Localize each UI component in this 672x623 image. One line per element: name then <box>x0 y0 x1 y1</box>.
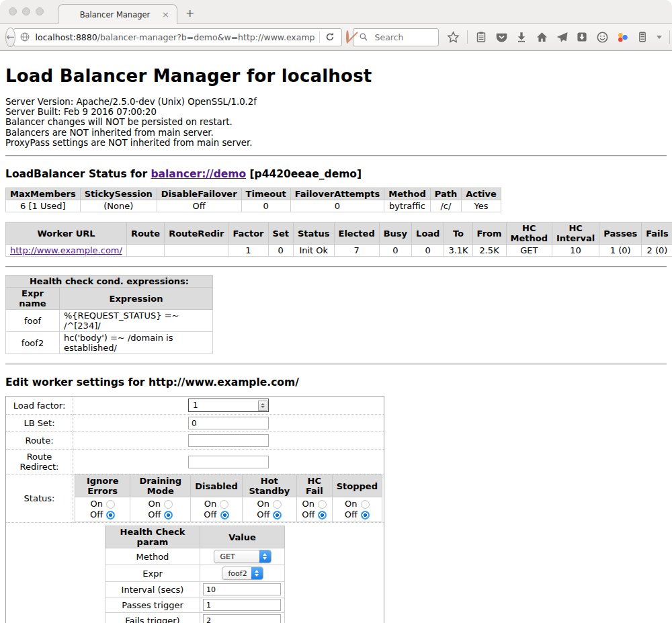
hc-method-select[interactable]: GET <box>214 550 271 563</box>
cell-route <box>126 245 164 257</box>
reload-icon[interactable] <box>324 31 337 44</box>
radio-off-label: Off <box>90 509 103 520</box>
cell-expr-name: foof <box>6 310 60 332</box>
downloads-icon[interactable] <box>515 31 528 44</box>
home-icon[interactable] <box>536 31 548 44</box>
navigation-toolbar: ← localhost:8880/balancer-manager?b=demo… <box>0 24 672 51</box>
hc-passes-input[interactable] <box>203 599 281 611</box>
hc-fail-on-radio[interactable] <box>318 500 327 509</box>
disabled-off-radio[interactable] <box>220 511 229 520</box>
number-spinner[interactable] <box>258 401 267 411</box>
worker-status-table: Worker URL Route RouteRedir Factor Set S… <box>5 222 672 257</box>
col-elected: Elected <box>334 222 379 245</box>
search-bar[interactable] <box>353 28 439 46</box>
load-factor-input[interactable] <box>192 400 258 411</box>
col-expression: Expression <box>60 288 213 310</box>
form-row-health-check: Health Check param Value Method GET <box>6 523 384 623</box>
containers-dots-icon[interactable] <box>616 31 629 44</box>
select-chevrons-icon <box>251 567 263 579</box>
table-header-row: Ignore Errors Draining Mode Disabled Hot… <box>75 475 382 497</box>
col-active: Active <box>462 188 501 200</box>
cell-failoverattempts: 0 <box>290 200 384 212</box>
col-failoverattempts: FailoverAttempts <box>290 188 384 200</box>
square-download-icon[interactable] <box>576 31 589 44</box>
cell-to: 3.1K <box>444 245 472 257</box>
persist-warning-line: Balancer changes will NOT be persisted o… <box>5 117 667 127</box>
status-label: Status: <box>6 474 73 523</box>
cell-timeout: 0 <box>241 200 290 212</box>
hc-interval-input[interactable] <box>203 583 281 595</box>
load-factor-label: Load factor: <box>6 397 73 415</box>
hc-fail-off-radio[interactable] <box>318 511 327 520</box>
close-window-button[interactable] <box>9 7 17 15</box>
hc-row-method: Method GET <box>106 548 285 565</box>
cell-fails: 2 (0) <box>642 245 672 257</box>
search-input[interactable] <box>374 32 434 43</box>
ignore-errors-on-radio[interactable] <box>106 500 115 509</box>
col-path: Path <box>430 188 461 200</box>
stopped-off-radio[interactable] <box>361 511 370 520</box>
hc-expr-select[interactable]: foof2 <box>222 567 263 580</box>
route-redirect-input[interactable] <box>188 456 269 468</box>
hc-method-selected-value: GET <box>220 552 259 561</box>
form-row-lb-set: LB Set: <box>6 415 384 432</box>
col-ignore-errors: Ignore Errors <box>75 475 130 497</box>
tab-bar: Balancer Manager × + <box>0 0 672 24</box>
col-worker-url: Worker URL <box>6 222 127 245</box>
col-hc-fail: HC Fail <box>296 475 332 497</box>
load-factor-input-wrap <box>188 399 269 412</box>
balancer-demo-link[interactable]: balancer://demo <box>151 168 246 180</box>
cell-factor: 1 <box>228 245 268 257</box>
new-tab-button[interactable]: + <box>185 7 194 19</box>
draining-mode-off-radio[interactable] <box>164 511 173 520</box>
content-blocked-icon[interactable] <box>346 30 349 44</box>
tab-balancer-manager[interactable]: Balancer Manager × <box>58 4 177 24</box>
draining-mode-on-radio[interactable] <box>164 500 173 509</box>
radio-off-label: Off <box>148 509 161 520</box>
globe-icon <box>19 31 32 44</box>
hot-standby-on-radio[interactable] <box>273 500 282 509</box>
lb-set-input[interactable] <box>188 417 269 429</box>
minimize-window-button[interactable] <box>22 7 30 15</box>
bookmark-star-icon[interactable] <box>447 31 460 44</box>
cell-path: /c/ <box>430 200 461 212</box>
hc-fails-label: Fails trigger) <box>106 613 200 623</box>
url-text[interactable]: localhost:8880/balancer-manager?b=demo&w… <box>36 32 315 42</box>
ignore-errors-off-radio[interactable] <box>106 511 115 520</box>
edit-worker-form: Load factor: LB Set: Route: Route Redire… <box>5 396 384 623</box>
cell-from: 2.5K <box>472 245 506 257</box>
stopped-on-radio[interactable] <box>361 500 370 509</box>
col-load: Load <box>412 222 444 245</box>
zoom-window-button[interactable] <box>36 7 44 15</box>
col-stickysession: StickySession <box>80 188 157 200</box>
worker-url-link[interactable]: http://www.example.com/ <box>10 245 122 255</box>
url-bar[interactable]: localhost:8880/balancer-manager?b=demo&w… <box>13 28 342 46</box>
pocket-icon[interactable] <box>495 31 508 44</box>
hc-expr-label: Expr <box>106 565 200 582</box>
col-hc-param: Health Check param <box>106 526 200 548</box>
chevron-down-icon[interactable] <box>657 36 662 39</box>
cell-busy: 0 <box>379 245 411 257</box>
radio-on-label: On <box>90 499 102 509</box>
disabled-on-radio[interactable] <box>220 500 228 509</box>
col-routeredir: RouteRedir <box>165 222 228 245</box>
hc-row-interval: Interval (secs) <box>106 582 285 597</box>
hot-standby-off-radio[interactable] <box>273 511 282 520</box>
reading-list-icon[interactable] <box>475 31 488 44</box>
smiley-icon[interactable] <box>596 31 609 44</box>
back-button[interactable]: ← <box>5 28 15 47</box>
col-from: From <box>472 222 506 245</box>
expressions-table-title: Health check cond. expressions: <box>6 276 213 288</box>
table-header-row: Health Check param Value <box>106 526 285 548</box>
route-input[interactable] <box>188 434 269 447</box>
form-row-status: Status: Ignore Errors Draining Mode Disa… <box>6 474 384 523</box>
radio-on-label: On <box>204 499 216 509</box>
send-icon[interactable] <box>556 31 569 44</box>
col-route: Route <box>126 222 164 245</box>
col-disabled: Disabled <box>191 475 243 497</box>
tab-close-icon[interactable]: × <box>162 9 177 19</box>
notes-icon[interactable] <box>636 31 649 44</box>
col-disablefailover: DisableFailover <box>157 188 241 200</box>
hc-fails-input[interactable] <box>203 614 281 623</box>
expressions-table: Health check cond. expressions: Expr nam… <box>5 275 213 354</box>
